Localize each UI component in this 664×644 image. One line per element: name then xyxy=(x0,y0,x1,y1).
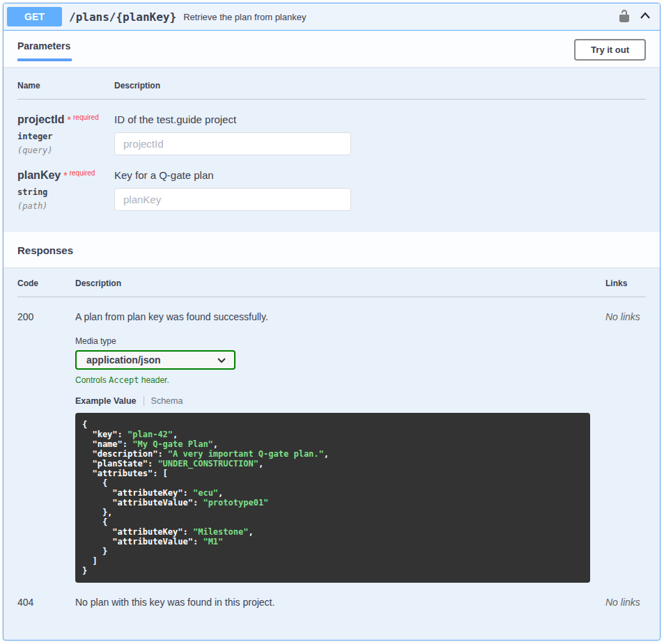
accept-note-suffix: header. xyxy=(139,375,169,385)
parameters-col-description: Description xyxy=(114,81,646,100)
example-schema-tabs: Example Value Schema xyxy=(75,396,605,406)
parameter-type: integer xyxy=(17,132,114,141)
parameter-row-plankey-name: planKey*required string (path) xyxy=(17,155,114,211)
parameter-name: projectId xyxy=(17,113,65,125)
response-404-description-cell: No plan with this key was found in this … xyxy=(75,583,605,608)
required-asterisk: * xyxy=(68,114,71,125)
parameter-row-plankey-description: Key for a Q-gate plan xyxy=(114,155,646,211)
method-badge[interactable]: GET xyxy=(7,7,62,26)
response-200-code: 200 xyxy=(17,297,75,583)
chevron-up-icon xyxy=(640,10,651,24)
response-200-description: A plan from plan key was found successfu… xyxy=(75,311,605,322)
required-label: required xyxy=(73,113,99,121)
accept-note-code: Accept xyxy=(109,375,139,385)
tab-parameters[interactable]: Parameters xyxy=(17,38,72,61)
accept-header-note: Controls Accept header. xyxy=(75,375,605,385)
required-label: required xyxy=(70,169,95,177)
authorization-lock-button[interactable] xyxy=(617,9,631,25)
tab-divider xyxy=(144,396,144,406)
responses-container: Code Description Links 200 A plan from p… xyxy=(3,267,660,622)
response-404-description: No plan with this key was found in this … xyxy=(75,597,605,608)
responses-title: Responses xyxy=(17,244,73,256)
media-type-label: Media type xyxy=(75,336,605,346)
response-404-code: 404 xyxy=(17,583,75,608)
parameter-description: Key for a Q-gate plan xyxy=(114,169,646,181)
responses-col-description: Description xyxy=(75,278,605,297)
accept-note-prefix: Controls xyxy=(75,375,109,385)
parameter-type: string xyxy=(17,187,114,197)
media-type-select[interactable]: application/json xyxy=(75,350,236,370)
plankey-input[interactable] xyxy=(114,188,351,211)
collapse-operation-button[interactable] xyxy=(640,10,651,24)
parameters-container: Name Description projectId*required inte… xyxy=(3,67,660,232)
responses-section-header: Responses xyxy=(3,232,660,267)
required-asterisk: * xyxy=(63,170,67,181)
projectid-input[interactable] xyxy=(114,132,351,155)
parameter-row-projectid-description: ID of the test.guide project xyxy=(114,100,646,155)
media-type-block: Media type application/json Controls Acc… xyxy=(75,336,605,385)
operation-description: Retrieve the plan from plankey xyxy=(183,12,306,22)
operation-block-get-plans: GET /plans/{planKey} Retrieve the plan f… xyxy=(3,3,661,641)
parameter-location: (path) xyxy=(17,201,114,211)
endpoint-path[interactable]: /plans/{planKey} xyxy=(69,10,176,24)
response-200-description-cell: A plan from plan key was found successfu… xyxy=(75,297,605,583)
try-it-out-button[interactable]: Try it out xyxy=(574,39,646,61)
responses-col-code: Code xyxy=(17,278,75,297)
tab-schema[interactable]: Schema xyxy=(151,396,183,406)
tab-example-value[interactable]: Example Value xyxy=(75,396,137,406)
parameters-table: Name Description projectId*required inte… xyxy=(17,81,646,211)
summary-actions xyxy=(617,9,656,25)
parameter-row-projectid-name: projectId*required integer (query) xyxy=(17,100,114,155)
responses-col-links: Links xyxy=(605,278,646,297)
parameter-name: planKey xyxy=(17,169,61,181)
media-type-value: application/json xyxy=(86,354,161,366)
chevron-down-icon xyxy=(217,354,226,366)
operation-summary[interactable]: GET /plans/{planKey} Retrieve the plan f… xyxy=(3,3,660,31)
example-json-code: { "key": "plan-42", "name": "My Q-gate P… xyxy=(75,413,590,583)
parameter-location: (query) xyxy=(17,146,114,155)
unlocked-padlock-icon xyxy=(617,9,631,25)
parameter-description: ID of the test.guide project xyxy=(114,113,646,125)
parameters-col-name: Name xyxy=(17,81,114,100)
response-200-links: No links xyxy=(605,297,646,583)
response-404-links: No links xyxy=(605,583,646,608)
responses-table: Code Description Links 200 A plan from p… xyxy=(17,278,646,608)
parameters-section-header: Parameters Try it out xyxy=(3,31,660,67)
